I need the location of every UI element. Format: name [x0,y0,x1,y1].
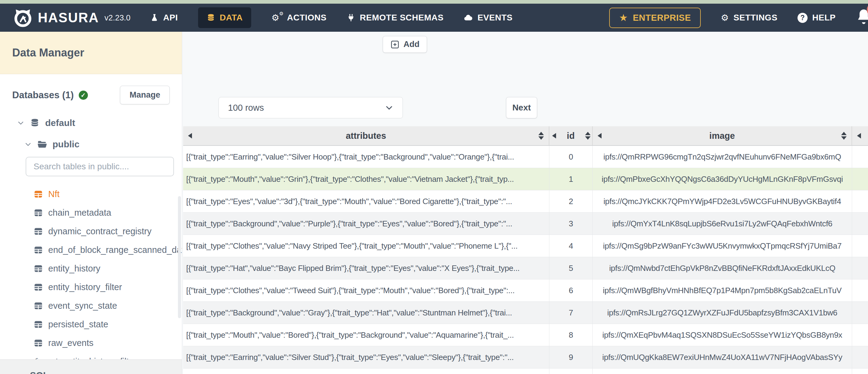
cell-image[interactable]: ipfs://QmNwbd7ctEhGpVkP8nZvBBQfiNeFKRdxf… [593,257,852,279]
sort-icon[interactable] [585,132,591,140]
chevron-down-icon[interactable] [17,119,24,127]
search-input[interactable] [34,162,162,172]
notifications-button[interactable]: 8 [856,8,868,27]
table-row-8[interactable]: [{"trait_type":"Mouth","value":"Bored"},… [183,324,868,346]
cell-id[interactable]: 1 [549,168,593,190]
cell-image[interactable]: ipfs://QmUQgKka8EW7exiUHnMwZ4UoXA11wV7NF… [593,346,852,368]
table-item-persisted-state[interactable]: persisted_state [0,315,182,334]
cell-extra[interactable] [852,235,868,257]
collapse-column-icon[interactable] [552,133,556,138]
cell-attributes[interactable]: [{"trait_type":"Background","value":"Pur… [183,213,549,235]
cell-id[interactable]: 6 [549,279,593,302]
chevron-down-icon[interactable] [24,141,32,148]
cell-image[interactable]: ipfs://QmSg9bPzW9anFYc3wWU5KnvymwkxQTpmq… [593,235,852,257]
column-header-extra[interactable] [852,126,868,145]
table-row-9[interactable]: [{"trait_type":"Earring","value":"Silver… [183,346,868,369]
hasura-logo[interactable]: HASURA v2.23.0 [13,8,131,27]
tree-item-public-schema[interactable]: public [0,139,182,150]
table-item-raw-events[interactable]: raw_events [0,334,182,352]
table-item-entity-history[interactable]: entity_history [0,259,182,278]
cell-extra[interactable] [852,279,868,302]
table-item-entity-history-filter[interactable]: entity_history_filter [0,278,182,297]
table-row-6[interactable]: [{"trait_type":"Clothes","value":"Tweed … [183,279,868,302]
cell-image[interactable]: ipfs://QmWBgfBhyVmHNhBfEQ7p1P4Mpn7pm5b8K… [593,279,852,302]
column-header-attributes[interactable]: attributes [183,126,549,145]
table-item-event-sync-state[interactable]: event_sync_state [0,297,182,315]
cell-extra[interactable] [852,213,868,235]
cell-id[interactable]: 8 [549,324,593,346]
table-row-7[interactable]: [{"trait_type":"Background","value":"Gra… [183,302,868,324]
collapse-column-icon[interactable] [188,133,192,138]
cell-extra[interactable] [852,257,868,279]
cell-id[interactable]: 9 [549,346,593,368]
cell-attributes[interactable]: [{"trait_type":"Clothes","value":"Navy S… [183,235,549,257]
manage-button[interactable]: Manage [120,86,170,104]
cell-extra[interactable] [852,190,868,212]
cell-attributes[interactable]: [{"trait_type":"Earring","value":"Silver… [183,346,549,368]
cell-attributes[interactable]: [{"trait_type":"Clothes","value":"Tweed … [183,279,549,302]
table-item-dynamic-contract-registry[interactable]: dynamic_contract_registry [0,222,182,241]
nav-item-events[interactable]: EVENTS [464,13,513,23]
cell-id[interactable]: 0 [549,146,593,168]
cell-attributes[interactable]: [{"trait_type":"Earring","value":"Silver… [183,146,549,168]
nav-item-remote-schemas[interactable]: REMOTE SCHEMAS [347,13,444,23]
flask-icon [150,13,159,22]
next-page-button[interactable]: Next [506,97,537,118]
browser-top-strip [0,0,868,4]
sort-icon[interactable] [841,132,847,140]
table-item-chain-metadata[interactable]: chain_metadata [0,204,182,222]
enterprise-button[interactable]: ★ ENTERPRISE [609,8,701,28]
cell-id[interactable]: 4 [549,235,593,257]
cell-image[interactable]: ipfs://QmYxT4LnK8sqLupjbS6eRvu1si7Ly2wFQ… [593,213,852,235]
table-row-4[interactable]: [{"trait_type":"Clothes","value":"Navy S… [183,235,868,257]
cell-image[interactable]: ipfs://QmcJYkCKK7QPmYWjp4FD2e3Lv5WCGFuHN… [593,190,852,212]
table-icon [34,245,43,255]
table-row-3[interactable]: [{"trait_type":"Background","value":"Pur… [183,213,868,235]
table-row-1[interactable]: [{"trait_type":"Mouth","value":"Grin"},{… [183,168,868,190]
table-item-nft[interactable]: Nft [0,185,182,204]
table-row-5[interactable]: [{"trait_type":"Hat","value":"Bayc Flipp… [183,257,868,279]
cell-extra[interactable] [852,168,868,190]
cell-extra[interactable] [852,146,868,168]
function-item-get-entity-history-filter[interactable]: ƒxget_entity_history_filter [0,352,182,360]
cell-id[interactable]: 3 [549,213,593,235]
cell-extra[interactable] [852,324,868,346]
cell-id[interactable]: 2 [549,190,593,212]
nav-item-settings[interactable]: ⚙ SETTINGS [721,13,778,23]
rows-per-page-select[interactable]: 100 rows [219,97,403,118]
cell-id[interactable]: 5 [549,257,593,279]
nav-item-help[interactable]: ? HELP [798,13,836,23]
sort-icon[interactable] [538,132,544,140]
cell-extra[interactable] [852,302,868,324]
table-row-2[interactable]: [{"trait_type":"Eyes","value":"3d"},{"tr… [183,190,868,213]
sidebar: Data Manager Databases (1) ✓ Manage defa… [0,32,182,374]
star-icon: ★ [619,13,628,23]
collapse-column-icon[interactable] [597,133,601,138]
table-row-0[interactable]: [{"trait_type":"Earring","value":"Silver… [183,146,868,168]
cell-attributes[interactable]: [{"trait_type":"Mouth","value":"Bored"},… [183,324,549,346]
sql-section-label[interactable]: SQL [0,360,182,374]
tree-item-default-db[interactable]: default [0,118,182,128]
cell-image[interactable]: ipfs://QmRRPWG96cmgTn2qSzjwr2qvfNEuhunv6… [593,146,852,168]
nav-item-data[interactable]: DATA [198,7,251,28]
collapse-column-icon[interactable] [857,133,861,138]
table-icon [34,208,43,218]
cell-attributes[interactable]: [{"trait_type":"Hat","value":"Bayc Flipp… [183,257,549,279]
column-header-image[interactable]: image [593,126,852,145]
sidebar-scrollbar[interactable] [178,196,181,318]
nav-item-api[interactable]: API [150,13,178,23]
help-label: HELP [812,13,836,23]
table-item-end-of-block-range-scanned-data[interactable]: end_of_block_range_scanned_data [0,241,182,259]
cell-attributes[interactable]: [{"trait_type":"Eyes","value":"3d"},{"tr… [183,190,549,212]
column-header-id[interactable]: id [549,126,593,145]
add-row-button[interactable]: Add [383,36,427,53]
nav-item-actions[interactable]: ⚙⚙ACTIONS [271,12,327,23]
cell-extra[interactable] [852,346,868,368]
item-label: dynamic_contract_registry [48,226,151,237]
cell-id[interactable]: 7 [549,302,593,324]
cell-attributes[interactable]: [{"trait_type":"Background","value":"Gra… [183,302,549,324]
cell-attributes[interactable]: [{"trait_type":"Mouth","value":"Grin"},{… [183,168,549,190]
cell-image[interactable]: ipfs://QmPbxeGcXhYQQNgsC6a36dDyYUcHgMLnG… [593,168,852,190]
cell-image[interactable]: ipfs://QmRsJLrg27GQ1ZWyrXZFuJFdU5bapfzsy… [593,302,852,324]
cell-image[interactable]: ipfs://QmXEqPbvM4aq1SQSXN8DSuEcSo5SseYW1… [593,324,852,346]
